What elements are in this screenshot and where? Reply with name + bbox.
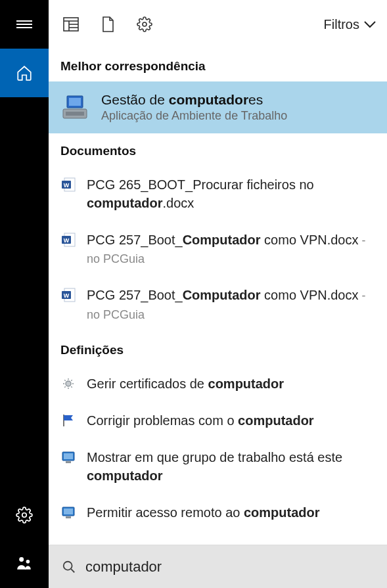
apps-tab-icon[interactable]	[63, 17, 79, 32]
cert-icon	[60, 376, 76, 392]
sidebar-menu[interactable]	[0, 0, 49, 49]
settings-title: Permitir acesso remoto ao computador	[87, 503, 320, 522]
settings-result[interactable]: Corrigir problemas com o computador	[49, 402, 387, 439]
chevron-down-icon	[363, 20, 376, 28]
document-result[interactable]: WPCG 265_BOOT_Procurar ficheiros no comp…	[49, 166, 387, 221]
flag-icon	[60, 413, 76, 428]
section-documents: Documentos	[49, 133, 387, 166]
main-panel: Filtros Melhor correspondência Gestão de…	[49, 0, 387, 588]
search-bar	[49, 545, 387, 588]
monitor-icon	[60, 505, 76, 520]
computer-management-icon	[60, 93, 89, 122]
word-doc-icon: W	[60, 177, 76, 192]
document-title: PCG 265_BOOT_Procurar ficheiros no compu…	[87, 175, 375, 212]
search-input[interactable]	[85, 558, 374, 576]
svg-point-0	[22, 513, 27, 518]
section-best-match: Melhor correspondência	[49, 49, 387, 81]
hamburger-icon	[16, 18, 32, 30]
svg-text:W: W	[64, 182, 70, 189]
settings-title: Mostrar em que grupo de trabalho está es…	[87, 448, 375, 485]
document-result[interactable]: WPCG 257_Boot_Computador como VPN.docx -…	[49, 221, 387, 277]
svg-rect-25	[66, 461, 71, 463]
documents-tab-icon[interactable]	[101, 16, 114, 32]
monitor-icon	[60, 449, 76, 465]
settings-result[interactable]: Mostrar em que grupo de trabalho está es…	[49, 439, 387, 494]
svg-point-2	[26, 560, 30, 564]
best-match-title: Gestão de computadores	[101, 92, 287, 108]
sidebar	[0, 0, 49, 588]
svg-rect-27	[64, 509, 73, 514]
svg-text:W: W	[64, 237, 70, 244]
section-settings: Definições	[49, 332, 387, 365]
sidebar-home[interactable]	[0, 49, 49, 97]
svg-point-1	[19, 557, 24, 562]
home-icon	[16, 64, 33, 81]
svg-text:W: W	[64, 292, 70, 299]
document-title: PCG 257_Boot_Computador como VPN.docx - …	[87, 231, 375, 267]
svg-rect-28	[66, 516, 71, 518]
settings-tab-icon[interactable]	[137, 16, 152, 32]
feedback-icon	[16, 555, 33, 572]
word-doc-icon: W	[60, 287, 76, 303]
results-content: Melhor correspondência Gestão de computa…	[49, 49, 387, 545]
svg-line-30	[71, 569, 74, 572]
best-match-item[interactable]: Gestão de computadores Aplicação de Ambi…	[49, 81, 387, 133]
sidebar-feedback[interactable]	[0, 539, 49, 588]
settings-title: Gerir certificados de computador	[87, 374, 284, 393]
svg-rect-10	[66, 112, 84, 116]
settings-title: Corrigir problemas com o computador	[87, 411, 314, 430]
search-icon	[62, 560, 76, 574]
svg-rect-24	[64, 453, 73, 459]
toolbar: Filtros	[49, 0, 387, 49]
settings-result[interactable]: Permitir acesso remoto ao computador	[49, 494, 387, 531]
word-doc-icon: W	[60, 232, 76, 248]
svg-point-8	[143, 22, 147, 26]
best-match-subtitle: Aplicação de Ambiente de Trabalho	[101, 109, 287, 123]
gear-icon	[16, 507, 33, 524]
svg-point-29	[64, 561, 72, 570]
document-title: PCG 257_Boot_Computador como VPN.docx - …	[87, 286, 375, 323]
svg-rect-12	[69, 98, 81, 106]
document-result[interactable]: WPCG 257_Boot_Computador como VPN.docx -…	[49, 277, 387, 332]
filters-button[interactable]: Filtros	[324, 17, 376, 32]
sidebar-settings[interactable]	[0, 491, 49, 539]
svg-point-22	[66, 381, 71, 386]
filters-label: Filtros	[324, 17, 359, 32]
settings-result[interactable]: Gerir certificados de computador	[49, 365, 387, 402]
